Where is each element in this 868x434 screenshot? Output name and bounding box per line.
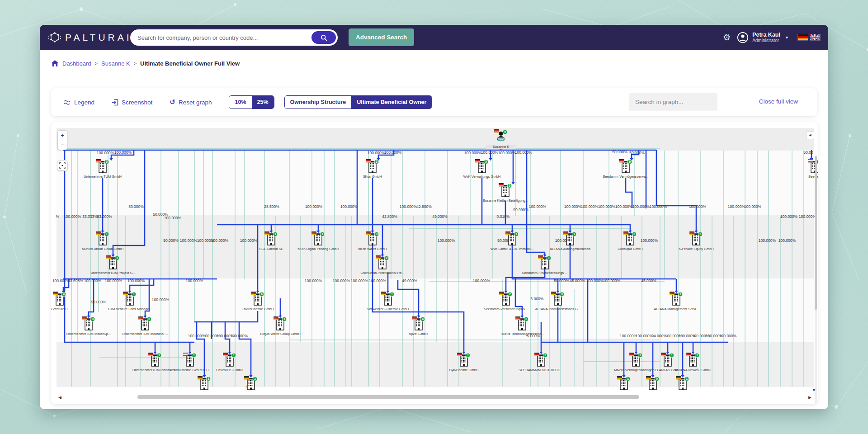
edge-percentage-label: 45.000% xyxy=(641,278,656,283)
node-label: Gschumus International Re... xyxy=(353,271,412,275)
country-flag-icon xyxy=(629,353,634,356)
home-icon[interactable] xyxy=(51,60,59,67)
tab-ultimate-beneficial-owner[interactable]: Ultimate Beneficial Owner xyxy=(351,96,432,108)
svg-text:1: 1 xyxy=(116,256,118,259)
company-building-icon: 3 xyxy=(82,316,95,331)
edge-percentage-label: 100.000% xyxy=(581,204,598,209)
edge-percentage-label: 99.990% xyxy=(513,208,528,212)
company-building-icon: 1 xyxy=(198,376,211,391)
company-building-icon: 5 xyxy=(499,183,512,198)
edge-percentage-label: 6.000% xyxy=(531,297,544,301)
person-icon: UBO 9 xyxy=(494,129,508,145)
svg-text:6: 6 xyxy=(261,292,263,296)
country-flag-icon xyxy=(686,353,691,356)
country-flag-icon xyxy=(198,376,203,379)
node-label: Seedamm-Vermögensverwa... xyxy=(596,175,655,179)
svg-text:UBO: UBO xyxy=(498,137,504,140)
navbar-right: ⚙ Petra Kaul Administrator ▾ xyxy=(723,25,820,50)
country-flag-icon xyxy=(376,255,381,259)
global-search-input[interactable] xyxy=(137,34,311,41)
palturai-hexagon-logo-icon xyxy=(48,31,61,44)
node-label: EnviroDTS GmbH xyxy=(200,368,259,372)
collapse-panel-button[interactable]: ◀ xyxy=(806,131,814,139)
svg-text:3: 3 xyxy=(148,317,150,321)
svg-text:1: 1 xyxy=(391,292,393,296)
node-label: SEEDAMM-INDUSTRIEDIE... xyxy=(512,368,571,372)
edge-percentage-label: 33.698% xyxy=(68,278,83,283)
company-building-icon: 1 xyxy=(148,353,162,367)
scroll-left-arrow[interactable]: ◀ xyxy=(58,395,61,400)
search-button[interactable] xyxy=(311,31,336,44)
breadcrumb-separator: > xyxy=(95,61,98,66)
user-name: Petra Kaul xyxy=(752,32,780,38)
node-label: Munich Urban Colab GmbH xyxy=(73,247,132,251)
edge-percentage-label: 100.000% xyxy=(64,214,81,219)
country-flag-icon xyxy=(475,159,480,162)
company-building-icon: 1 xyxy=(676,376,689,391)
advanced-search-button[interactable]: Advanced Search xyxy=(349,28,414,46)
node-label: m Venture C... xyxy=(51,307,89,311)
fit-to-screen-button[interactable] xyxy=(57,160,68,171)
search-icon xyxy=(321,34,327,41)
company-building-icon: 0 xyxy=(646,376,660,391)
horizontal-scrollbar-thumb[interactable] xyxy=(137,395,639,399)
edge-percentage-label: 100.000% xyxy=(529,204,546,209)
country-flag-icon xyxy=(499,292,504,295)
node-label: ALTANA Management Servi... xyxy=(647,307,706,311)
scroll-right-arrow[interactable]: ▶ xyxy=(808,395,811,400)
german-flag-icon[interactable] xyxy=(798,34,808,40)
uk-flag-icon[interactable] xyxy=(810,34,820,40)
node-label: ALTANA Aktiengesellschaft xyxy=(541,247,599,251)
screenshot-button[interactable]: Screenshot xyxy=(112,99,152,106)
node-label: Byk-Chemie GmbH xyxy=(434,368,493,372)
edge-percentage-label: 100.000% xyxy=(780,214,797,219)
zoom-option-25[interactable]: 25% xyxy=(252,96,274,108)
zoom-out-button[interactable]: − xyxy=(58,140,67,150)
edge-percentage-label: 50.000% xyxy=(629,151,645,155)
edge-percentage-label: 100.000% xyxy=(180,238,197,243)
graph-layer: 100.000%100.000%100.000%100.000%100.000%… xyxy=(51,122,818,404)
svg-text:5: 5 xyxy=(485,160,487,163)
edge-percentage-label: 50.000% xyxy=(163,238,179,243)
tab-ownership-structure[interactable]: Ownership Structure xyxy=(285,96,352,108)
edge-percentage-label: 100.000% xyxy=(438,238,455,243)
user-menu[interactable]: Petra Kaul Administrator ▾ xyxy=(737,32,788,43)
brand-logo[interactable]: PALTURAI xyxy=(48,31,132,44)
close-full-view-link[interactable]: Close full view xyxy=(759,98,798,105)
edge-percentage-label: 100.000% xyxy=(369,278,386,283)
svg-text:3: 3 xyxy=(92,317,94,321)
svg-text:1: 1 xyxy=(233,354,235,357)
settings-gear-icon[interactable]: ⚙ xyxy=(723,32,731,42)
breadcrumb-dashboard[interactable]: Dashboard xyxy=(62,60,91,67)
country-flag-icon xyxy=(676,376,681,379)
country-flag-icon xyxy=(123,292,128,295)
reset-graph-button[interactable]: ↺ Reset graph xyxy=(170,98,212,106)
legend-button[interactable]: Legend xyxy=(64,99,94,106)
svg-text:4: 4 xyxy=(63,292,65,296)
breadcrumb-susanne-k[interactable]: Susanne K xyxy=(101,60,130,67)
edge-percentage-label: 100.000% xyxy=(481,150,498,155)
node-label: Consiqua GmbH xyxy=(601,247,660,251)
svg-text:1: 1 xyxy=(696,354,698,357)
edge-percentage-label: 100.000% xyxy=(384,150,401,155)
country-flag-icon xyxy=(499,183,504,186)
company-building-icon: 1 xyxy=(183,353,197,367)
country-flag-icon xyxy=(274,316,278,320)
country-flag-icon xyxy=(534,353,539,356)
svg-text:1: 1 xyxy=(254,377,256,380)
edge-percentage-label: 100.000% xyxy=(620,334,637,338)
user-role: Administrator xyxy=(752,38,780,43)
graph-edges-svg xyxy=(51,122,818,404)
graph-search-input[interactable] xyxy=(629,93,717,111)
vertical-scrollbar-thumb[interactable] xyxy=(815,156,817,310)
zoom-option-10[interactable]: 10% xyxy=(229,96,251,108)
node-label: TUM Venture Labs Manage... xyxy=(100,307,159,311)
svg-text:1: 1 xyxy=(679,292,681,296)
zoom-level-segmented-control: 10% 25% xyxy=(229,95,274,109)
svg-text:1: 1 xyxy=(671,354,673,357)
edge-percentage-label: 100.000% xyxy=(97,151,114,155)
company-building-icon: 1 xyxy=(311,231,325,246)
node-label: UnternehmerTUM GmbH xyxy=(73,175,132,179)
zoom-in-button[interactable]: + xyxy=(58,131,67,140)
edge-percentage-label: 50.000% xyxy=(612,150,627,154)
